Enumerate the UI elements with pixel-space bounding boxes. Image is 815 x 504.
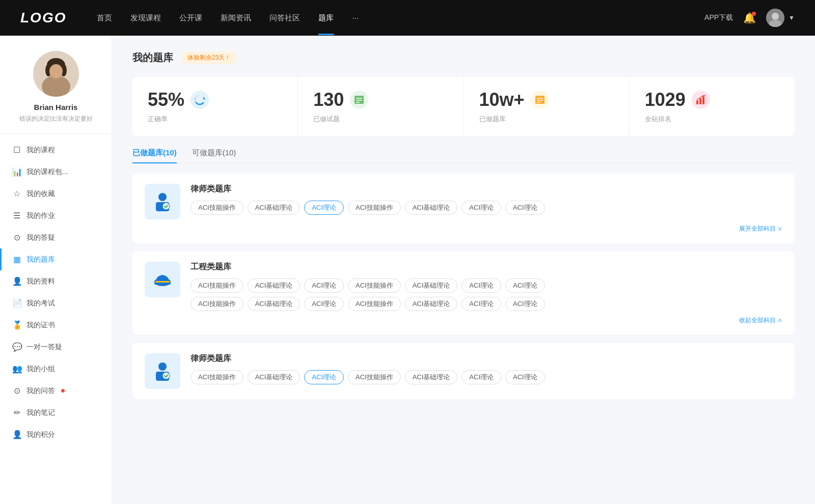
qbank-tag[interactable]: ACI理论 <box>461 201 501 215</box>
certificate-icon: 🏅 <box>12 320 21 330</box>
qbank-tag[interactable]: ACI技能操作 <box>191 297 243 311</box>
svg-point-9 <box>49 64 63 78</box>
chat-icon: 💬 <box>12 342 21 352</box>
navbar-right: APP下载 🔔 ▼ <box>704 9 795 27</box>
svg-rect-28 <box>154 283 171 285</box>
page-wrapper: Brian Harris 错误的决定比没有决定要好 ☐ 我的课程 📊 我的课程包… <box>0 36 815 504</box>
sidebar-item-homework[interactable]: ☰ 我的作业 <box>0 205 112 227</box>
tab-available-banks[interactable]: 可做题库(10) <box>192 148 236 163</box>
qbank-tag[interactable]: ACI技能操作 <box>191 278 243 293</box>
nav-open-course[interactable]: 公开课 <box>179 13 202 23</box>
qbank-tag[interactable]: ACI基础理论 <box>248 297 301 311</box>
qbank-card-3: 律师类题库 ACI技能操作 ACI基础理论 ACI理论 ACI技能操作 ACI基… <box>132 343 795 399</box>
sidebar-item-my-courses[interactable]: ☐ 我的课程 <box>0 139 112 161</box>
nav-news[interactable]: 新闻资讯 <box>221 13 251 23</box>
qbank-tag[interactable]: ACI理论 <box>461 370 501 384</box>
qbank-tag[interactable]: ACI理论 <box>505 370 545 384</box>
nav-more[interactable]: ··· <box>352 13 359 23</box>
qbank-tag-active[interactable]: ACI理论 <box>304 370 344 384</box>
qbank-tag[interactable]: ACI技能操作 <box>348 297 401 311</box>
qbank-tag[interactable]: ACI基础理论 <box>405 370 458 384</box>
qbank-title-2: 工程类题库 <box>191 262 782 272</box>
sidebar-item-notes[interactable]: ✏ 我的笔记 <box>0 402 112 424</box>
qbank-tag[interactable]: ACI基础理论 <box>405 201 458 215</box>
qbank-tag[interactable]: ACI技能操作 <box>348 278 401 293</box>
sidebar-profile: Brian Harris 错误的决定比没有决定要好 <box>0 51 112 134</box>
qbank-tags-3: ACI技能操作 ACI基础理论 ACI理论 ACI技能操作 ACI基础理论 AC… <box>191 370 782 384</box>
sidebar-item-course-packages[interactable]: 📊 我的课程包... <box>0 161 112 183</box>
qbank-tag[interactable]: ACI理论 <box>505 201 545 215</box>
profile-name: Brian Harris <box>34 103 78 111</box>
sidebar-item-profile[interactable]: 👤 我的资料 <box>0 270 112 292</box>
sidebar-item-certificate[interactable]: 🏅 我的证书 <box>0 314 112 336</box>
sidebar-menu: ☐ 我的课程 📊 我的课程包... ☆ 我的收藏 ☰ 我的作业 ⊙ 我的答疑 ▦ <box>0 134 112 451</box>
stat-done-questions: 130 已做试题 <box>298 77 464 136</box>
logo[interactable]: LOGO <box>20 10 66 26</box>
qbank-tags-2-row2: ACI技能操作 ACI基础理论 ACI理论 ACI技能操作 ACI基础理论 AC… <box>191 297 782 311</box>
nav-qbank[interactable]: 题库 <box>318 13 334 23</box>
qbank-tag[interactable]: ACI技能操作 <box>191 370 243 384</box>
stat-accuracy-label: 正确率 <box>148 115 282 124</box>
avatar <box>33 51 79 97</box>
bar-chart-icon: 📊 <box>12 167 21 177</box>
qbank-collapse-2[interactable]: 收起全部科目 ∧ <box>145 316 782 325</box>
qbank-tag[interactable]: ACI理论 <box>304 297 344 311</box>
nav-qa[interactable]: 问答社区 <box>269 13 300 23</box>
homework-icon: ☰ <box>12 211 21 220</box>
stat-top: 10w+ <box>479 89 614 110</box>
qbank-tag[interactable]: ACI基础理论 <box>405 278 458 293</box>
svg-point-5 <box>42 75 70 97</box>
qbank-expand-1[interactable]: 展开全部科目 ∨ <box>145 225 782 233</box>
notification-bell[interactable]: 🔔 <box>743 12 756 24</box>
qbank-tag[interactable]: ACI基础理论 <box>248 370 301 384</box>
qbank-tag-active[interactable]: ACI理论 <box>304 201 344 215</box>
app-download-button[interactable]: APP下载 <box>704 13 733 22</box>
sidebar-item-one-on-one[interactable]: 💬 一对一答疑 <box>0 336 112 358</box>
sidebar-item-my-qa[interactable]: ⊙ 我的问答 <box>0 380 112 402</box>
stat-top: 55% <box>148 89 282 110</box>
sidebar-item-exam[interactable]: 📄 我的考试 <box>0 292 112 314</box>
nav-home[interactable]: 首页 <box>97 13 112 23</box>
sidebar-item-qa[interactable]: ⊙ 我的答疑 <box>0 227 112 248</box>
qbank-tag[interactable]: ACI理论 <box>505 278 545 293</box>
trial-badge: 体验剩余23天！ <box>181 51 237 64</box>
qbank-tag[interactable]: ACI理论 <box>461 297 501 311</box>
qa-icon: ⊙ <box>12 386 21 396</box>
qbank-icon: ▦ <box>12 255 21 264</box>
page-header: 我的题库 体验剩余23天！ <box>132 51 795 65</box>
qbank-tag[interactable]: ACI理论 <box>461 278 501 293</box>
svg-point-23 <box>158 193 167 201</box>
qbank-tag[interactable]: ACI技能操作 <box>348 201 401 215</box>
done-banks-icon <box>531 91 549 109</box>
qbank-tag[interactable]: ACI技能操作 <box>191 201 243 215</box>
stats-row: 55% 正确率 130 <box>132 77 795 136</box>
qbank-tag[interactable]: ACI理论 <box>505 297 545 311</box>
qbank-tags-1: ACI技能操作 ACI基础理论 ACI理论 ACI技能操作 ACI基础理论 AC… <box>191 201 782 215</box>
sidebar-item-points[interactable]: 👤 我的积分 <box>0 424 112 445</box>
qbank-card-2: 工程类题库 ACI技能操作 ACI基础理论 ACI理论 ACI技能操作 ACI基… <box>132 251 795 335</box>
qbank-icon-lawyer-3 <box>145 353 180 389</box>
qbank-tag[interactable]: ACI基础理论 <box>248 278 301 293</box>
main-content: 我的题库 体验剩余23天！ 55% 正确率 13 <box>112 36 815 504</box>
star-icon: ☆ <box>12 189 21 199</box>
tab-done-banks[interactable]: 已做题库(10) <box>132 148 177 163</box>
nav-discover[interactable]: 发现课程 <box>130 13 161 23</box>
done-questions-icon <box>350 91 368 109</box>
qbank-tag[interactable]: ACI技能操作 <box>348 370 401 384</box>
stat-done-label: 已做试题 <box>313 115 448 124</box>
stat-rank-label: 全站排名 <box>645 115 779 124</box>
qbank-tag[interactable]: ACI基础理论 <box>405 297 458 311</box>
sidebar: Brian Harris 错误的决定比没有决定要好 ☐ 我的课程 📊 我的课程包… <box>0 36 112 504</box>
sidebar-item-group[interactable]: 👥 我的小组 <box>0 358 112 380</box>
chevron-down-icon: ▼ <box>789 14 795 21</box>
notification-dot <box>752 12 756 16</box>
qbank-tag[interactable]: ACI基础理论 <box>248 201 301 215</box>
sidebar-item-favorites[interactable]: ☆ 我的收藏 <box>0 183 112 205</box>
qbank-tag[interactable]: ACI理论 <box>304 278 344 293</box>
user-avatar-menu[interactable]: ▼ <box>766 9 795 27</box>
nav-links: 首页 发现课程 公开课 新闻资讯 问答社区 题库 ··· <box>97 13 704 23</box>
qbank-title-1: 律师类题库 <box>191 184 782 194</box>
sidebar-item-qbank[interactable]: ▦ 我的题库 <box>0 248 112 270</box>
svg-rect-22 <box>702 96 704 104</box>
points-icon: 👤 <box>12 430 21 439</box>
